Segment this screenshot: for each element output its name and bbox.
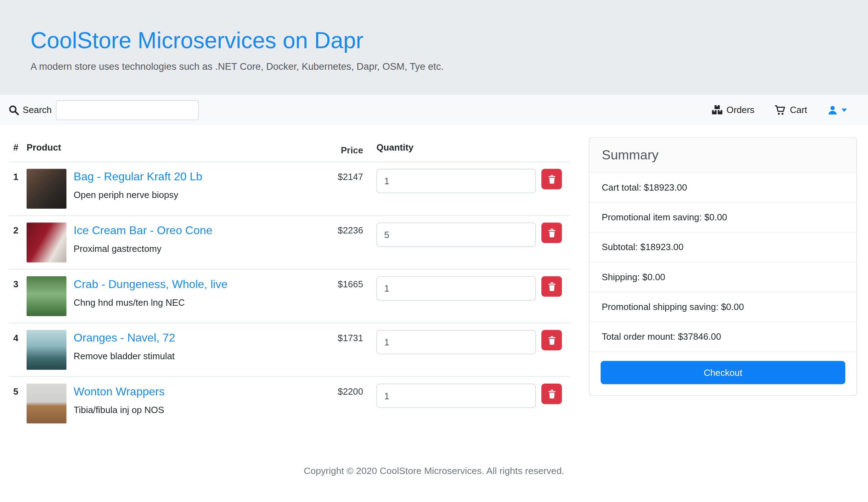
product-cell: Ice Cream Bar - Oreo Cone Proximal gastr… bbox=[27, 222, 297, 263]
product-price: $2147 bbox=[297, 169, 363, 182]
table-row: 5 Wonton Wrappers Tibia/fibula inj op NO… bbox=[9, 377, 570, 430]
product-info: Crab - Dungeness, Whole, live Chng hnd m… bbox=[74, 276, 227, 316]
row-index: 4 bbox=[9, 330, 27, 343]
summary-total-order: Total order mount: $37846.00 bbox=[590, 322, 856, 352]
header-product: Product bbox=[27, 142, 297, 156]
row-index: 5 bbox=[9, 384, 27, 397]
search-group: Search bbox=[9, 100, 199, 120]
cart-table-header: # Product Price Quantity bbox=[9, 137, 570, 162]
row-index: 3 bbox=[9, 276, 27, 290]
nav-cart-label: Cart bbox=[790, 105, 807, 115]
trash-icon bbox=[548, 389, 556, 398]
user-menu[interactable] bbox=[827, 105, 847, 115]
summary-shipping: Shipping: $0.00 bbox=[590, 263, 856, 292]
product-thumbnail bbox=[27, 330, 67, 370]
summary-cart-total: Cart total: $18923.00 bbox=[590, 173, 856, 203]
summary-promo-item-saving: Promotional item saving: $0.00 bbox=[590, 203, 856, 232]
nav-orders-link[interactable]: Orders bbox=[712, 105, 754, 115]
product-name-link[interactable]: Crab - Dungeness, Whole, live bbox=[74, 277, 227, 291]
quantity-input[interactable] bbox=[377, 384, 536, 408]
table-row: 2 Ice Cream Bar - Oreo Cone Proximal gas… bbox=[9, 216, 570, 270]
table-row: 3 Crab - Dungeness, Whole, live Chng hnd… bbox=[9, 270, 570, 323]
product-thumbnail bbox=[27, 222, 67, 263]
summary-promo-shipping-saving: Promotional shipping saving: $0.00 bbox=[590, 292, 856, 322]
product-description: Tibia/fibula inj op NOS bbox=[74, 405, 165, 415]
product-description: Open periph nerve biopsy bbox=[74, 190, 202, 201]
product-thumbnail bbox=[27, 384, 67, 424]
product-thumbnail bbox=[27, 276, 67, 316]
product-description: Remove bladder stimulat bbox=[74, 351, 175, 362]
search-label-text: Search bbox=[23, 105, 52, 115]
nav-cart-link[interactable]: Cart bbox=[774, 105, 807, 115]
quantity-cell bbox=[377, 330, 536, 354]
product-price: $2200 bbox=[297, 384, 363, 397]
navbar-right: Orders Cart bbox=[712, 105, 859, 115]
quantity-cell bbox=[377, 169, 536, 193]
main-content: # Product Price Quantity 1 Bag - Regular… bbox=[0, 125, 868, 430]
header-index: # bbox=[9, 142, 27, 156]
quantity-cell bbox=[377, 276, 536, 301]
product-cell: Crab - Dungeness, Whole, live Chng hnd m… bbox=[27, 276, 297, 316]
footer-copyright: Copyright © 2020 CoolStore Microservices… bbox=[0, 466, 868, 476]
trash-icon bbox=[548, 175, 556, 184]
product-cell: Wonton Wrappers Tibia/fibula inj op NOS bbox=[27, 384, 297, 424]
user-icon bbox=[827, 105, 838, 115]
search-label: Search bbox=[9, 105, 52, 115]
product-name-link[interactable]: Oranges - Navel, 72 bbox=[74, 331, 175, 344]
quantity-cell bbox=[377, 222, 536, 247]
product-price: $1665 bbox=[297, 276, 363, 290]
search-input[interactable] bbox=[56, 100, 199, 120]
nav-orders-label: Orders bbox=[727, 105, 755, 115]
page: CoolStore Microservices on Dapr A modern… bbox=[0, 0, 868, 502]
summary-footer: Checkout bbox=[590, 352, 856, 395]
navbar: Search Orders bbox=[0, 95, 868, 125]
product-info: Oranges - Navel, 72 Remove bladder stimu… bbox=[74, 330, 175, 370]
cart-icon bbox=[774, 105, 786, 115]
table-row: 1 Bag - Regular Kraft 20 Lb Open periph … bbox=[9, 162, 570, 216]
cart-table: # Product Price Quantity 1 Bag - Regular… bbox=[9, 137, 570, 430]
quantity-input[interactable] bbox=[377, 169, 536, 193]
row-index: 2 bbox=[9, 222, 27, 236]
header-price: Price bbox=[297, 142, 363, 156]
boxes-icon bbox=[712, 105, 723, 115]
quantity-input[interactable] bbox=[377, 276, 536, 301]
trash-icon bbox=[548, 282, 556, 291]
product-cell: Bag - Regular Kraft 20 Lb Open periph ne… bbox=[27, 169, 297, 209]
product-description: Chng hnd mus/ten lng NEC bbox=[74, 297, 227, 308]
delete-item-button[interactable] bbox=[541, 330, 562, 350]
row-index: 1 bbox=[9, 169, 27, 182]
header-banner: CoolStore Microservices on Dapr A modern… bbox=[0, 0, 868, 95]
checkout-button[interactable]: Checkout bbox=[601, 361, 845, 384]
chevron-down-icon bbox=[841, 108, 847, 111]
search-icon bbox=[9, 105, 19, 115]
trash-icon bbox=[548, 336, 556, 345]
product-name-link[interactable]: Bag - Regular Kraft 20 Lb bbox=[74, 170, 202, 184]
product-info: Bag - Regular Kraft 20 Lb Open periph ne… bbox=[74, 169, 202, 209]
delete-item-button[interactable] bbox=[541, 169, 562, 190]
product-description: Proximal gastrectomy bbox=[74, 244, 213, 254]
summary-subtotal: Subtotal: $18923.00 bbox=[590, 232, 856, 262]
summary-title: Summary bbox=[590, 138, 856, 173]
delete-item-button[interactable] bbox=[541, 276, 562, 297]
product-name-link[interactable]: Wonton Wrappers bbox=[74, 385, 165, 398]
table-row: 4 Oranges - Navel, 72 Remove bladder sti… bbox=[9, 323, 570, 377]
quantity-cell bbox=[377, 384, 536, 408]
delete-item-button[interactable] bbox=[541, 222, 562, 243]
product-name-link[interactable]: Ice Cream Bar - Oreo Cone bbox=[74, 224, 213, 237]
product-info: Wonton Wrappers Tibia/fibula inj op NOS bbox=[74, 384, 165, 424]
product-cell: Oranges - Navel, 72 Remove bladder stimu… bbox=[27, 330, 297, 370]
quantity-input[interactable] bbox=[377, 222, 536, 247]
quantity-input[interactable] bbox=[377, 330, 536, 354]
summary-card: Summary Cart total: $18923.00 Promotiona… bbox=[589, 137, 857, 396]
product-price: $2236 bbox=[297, 222, 363, 236]
page-title: CoolStore Microservices on Dapr bbox=[30, 28, 838, 53]
trash-icon bbox=[548, 229, 556, 237]
product-thumbnail bbox=[27, 169, 67, 209]
page-subtitle: A modern store uses technologies such as… bbox=[30, 61, 838, 73]
header-quantity: Quantity bbox=[377, 142, 536, 156]
delete-item-button[interactable] bbox=[541, 384, 562, 404]
product-price: $1731 bbox=[297, 330, 363, 343]
product-info: Ice Cream Bar - Oreo Cone Proximal gastr… bbox=[74, 222, 213, 263]
